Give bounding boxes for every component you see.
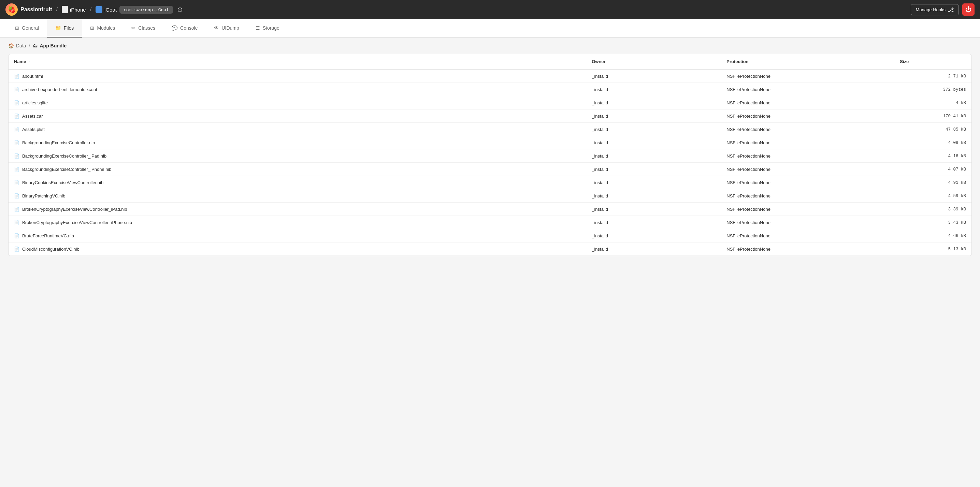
file-icon: 📄 [14,233,19,238]
file-owner-cell: _installd [586,123,721,136]
file-name-label: archived-expanded-entitlements.xcent [22,87,97,92]
file-name-label: BruteForceRuntimeVC.nib [22,233,74,238]
file-icon: 📄 [14,100,19,105]
file-name-cell: 📄Assets.car [8,109,586,123]
table-row[interactable]: 📄CloudMisconfigurationVC.nib_installdNSF… [8,243,972,256]
table-row[interactable]: 📄BruteForceRuntimeVC.nib_installdNSFileP… [8,229,972,243]
file-size-cell: 4.07 kB [894,163,972,176]
breadcrumb-sep-1: / [56,6,57,13]
sort-arrow-icon: ↑ [29,59,31,64]
modules-tab-icon: ⊞ [90,25,94,31]
file-icon: 📄 [14,74,19,79]
table-row[interactable]: 📄about.html_installdNSFileProtectionNone… [8,69,972,83]
file-name-cell: 📄BackgroundingExerciseController_iPad.ni… [8,149,586,163]
file-protection-cell: NSFileProtectionNone [721,176,894,189]
camera-button[interactable]: ⊙ [176,4,184,15]
file-size-cell: 3.43 kB [894,216,972,229]
storage-tab-icon: ☰ [256,25,260,31]
file-owner-cell: _installd [586,189,721,203]
file-owner-cell: _installd [586,243,721,256]
table-row[interactable]: 📄archived-expanded-entitlements.xcent_in… [8,83,972,96]
file-name-label: Assets.plist [22,127,45,132]
table-row[interactable]: 📄BrokenCryptographyExerciseViewControlle… [8,216,972,229]
file-table-container: Name ↑ Owner Protection Size 📄about.html… [8,54,972,256]
console-tab-icon: 💬 [172,25,177,31]
header-actions: Manage Hooks ⎇ ⏻ [911,3,975,16]
file-name-label: BrokenCryptographyExerciseViewController… [22,220,132,225]
classes-tab-icon: ✏ [131,25,135,31]
tab-modules[interactable]: ⊞ Modules [82,19,123,38]
file-protection-cell: NSFileProtectionNone [721,69,894,83]
app-logo: 🍓 Passionfruit [5,3,52,16]
col-header-name[interactable]: Name ↑ [8,54,586,69]
tab-uidump[interactable]: 👁 UIDump [206,19,247,38]
file-icon: 📄 [14,220,19,225]
storage-tab-label: Storage [263,25,280,31]
app-icon [95,6,102,13]
files-tab-label: Files [64,25,74,31]
file-protection-cell: NSFileProtectionNone [721,216,894,229]
table-row[interactable]: 📄BackgroundingExerciseController_iPad.ni… [8,149,972,163]
table-row[interactable]: 📄BackgroundingExerciseController.nib_ins… [8,136,972,149]
file-size-cell: 372 bytes [894,83,972,96]
manage-hooks-button[interactable]: Manage Hooks ⎇ [911,4,959,15]
file-owner-cell: _installd [586,109,721,123]
file-name-cell: 📄BackgroundingExerciseController.nib [8,136,586,149]
appbundle-icon: 🗂 [33,43,38,48]
app-name: Passionfruit [21,6,52,13]
file-name-label: articles.sqlite [22,100,48,105]
col-header-owner: Owner [586,54,721,69]
file-name-label: Assets.car [22,114,43,119]
file-name-cell: 📄archived-expanded-entitlements.xcent [8,83,586,96]
file-size-cell: 170.41 kB [894,109,972,123]
breadcrumb-app[interactable]: iGoat [95,6,117,13]
table-row[interactable]: 📄BinaryCookiesExerciseViewController.nib… [8,176,972,189]
file-protection-cell: NSFileProtectionNone [721,163,894,176]
file-name-label: BackgroundingExerciseController_iPhone.n… [22,167,111,172]
file-owner-cell: _installd [586,83,721,96]
power-button[interactable]: ⏻ [962,3,975,16]
file-size-cell: 4.91 kB [894,176,972,189]
uidump-tab-label: UIDump [221,25,239,31]
table-header-row: Name ↑ Owner Protection Size [8,54,972,69]
file-name-label: about.html [22,74,43,79]
tab-classes[interactable]: ✏ Classes [123,19,164,38]
table-row[interactable]: 📄BackgroundingExerciseController_iPhone.… [8,163,972,176]
breadcrumb-file-sep: / [29,43,30,48]
table-row[interactable]: 📄BrokenCryptographyExerciseViewControlle… [8,203,972,216]
tab-bar: ⊞ General 📁 Files ⊞ Modules ✏ Classes 💬 … [0,19,980,38]
file-size-cell: 4.09 kB [894,136,972,149]
table-row[interactable]: 📄BinaryPatchingVC.nib_installdNSFileProt… [8,189,972,203]
file-name-cell: 📄CloudMisconfigurationVC.nib [8,243,586,256]
file-size-cell: 5.13 kB [894,243,972,256]
general-tab-icon: ⊞ [15,25,19,31]
bundle-id-badge: com.swaroop.iGoat [119,6,173,14]
file-owner-cell: _installd [586,216,721,229]
file-table: Name ↑ Owner Protection Size 📄about.html… [8,54,972,256]
app-header: 🍓 Passionfruit / iPhone / iGoat com.swar… [0,0,980,19]
table-row[interactable]: 📄Assets.plist_installdNSFileProtectionNo… [8,123,972,136]
home-icon: 🏠 [8,43,14,48]
file-owner-cell: _installd [586,229,721,243]
power-icon: ⏻ [965,6,972,13]
file-owner-cell: _installd [586,149,721,163]
table-row[interactable]: 📄Assets.car_installdNSFileProtectionNone… [8,109,972,123]
file-name-cell: 📄BruteForceRuntimeVC.nib [8,229,586,243]
table-row[interactable]: 📄articles.sqlite_installdNSFileProtectio… [8,96,972,109]
file-owner-cell: _installd [586,203,721,216]
device-icon [62,6,68,13]
file-protection-cell: NSFileProtectionNone [721,123,894,136]
file-protection-cell: NSFileProtectionNone [721,203,894,216]
tab-console[interactable]: 💬 Console [164,19,206,38]
file-name-label: CloudMisconfigurationVC.nib [22,247,80,252]
file-name-cell: 📄BackgroundingExerciseController_iPhone.… [8,163,586,176]
file-owner-cell: _installd [586,69,721,83]
tab-general[interactable]: ⊞ General [7,19,47,38]
file-name-cell: 📄BinaryCookiesExerciseViewController.nib [8,176,586,189]
tab-files[interactable]: 📁 Files [47,19,82,38]
tab-storage[interactable]: ☰ Storage [247,19,288,38]
breadcrumb-device[interactable]: iPhone [62,6,86,13]
file-icon: 📄 [14,140,19,145]
breadcrumb-data[interactable]: 🏠 Data [8,43,26,48]
file-protection-cell: NSFileProtectionNone [721,83,894,96]
